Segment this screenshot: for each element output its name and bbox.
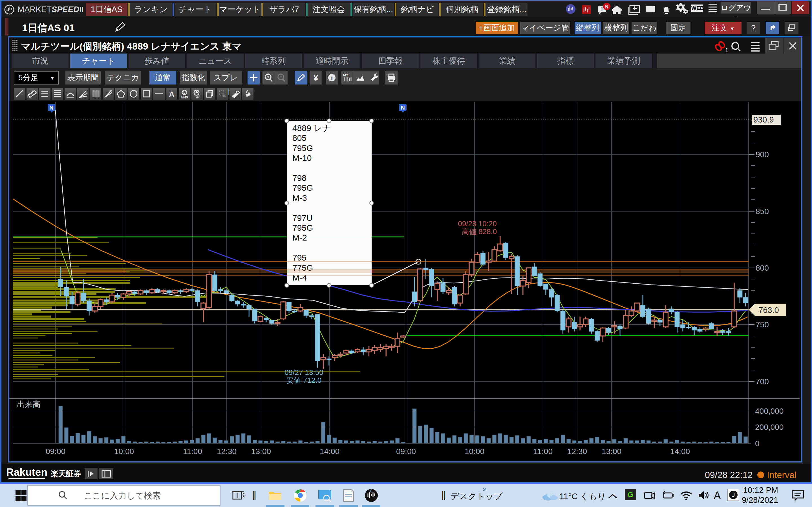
svg-text:795G: 795G — [292, 183, 313, 192]
svg-text:805: 805 — [292, 133, 306, 143]
svg-text:N: N — [605, 4, 608, 9]
svg-text:4889 レナ: 4889 レナ — [292, 123, 331, 133]
svg-text:930.9: 930.9 — [753, 115, 774, 124]
svg-text:700: 700 — [756, 377, 769, 386]
svg-text:797U: 797U — [292, 213, 313, 223]
svg-text:A: A — [169, 90, 174, 98]
svg-text:ICON: ICON — [181, 96, 188, 99]
svg-text:安値 712.0: 安値 712.0 — [287, 376, 321, 385]
svg-text:M-4: M-4 — [292, 273, 307, 282]
svg-text:798: 798 — [292, 173, 306, 182]
svg-text:N: N — [49, 105, 53, 111]
svg-text:795G: 795G — [292, 144, 313, 153]
svg-text:13:00: 13:00 — [251, 447, 271, 456]
svg-text:400,000: 400,000 — [755, 407, 783, 415]
svg-text:850: 850 — [756, 207, 769, 216]
svg-text:09:00: 09:00 — [46, 447, 65, 456]
svg-text:10:00: 10:00 — [465, 447, 485, 456]
svg-text:1: 1 — [725, 47, 728, 53]
svg-text:11:00: 11:00 — [534, 447, 553, 456]
svg-text:¥: ¥ — [313, 73, 318, 82]
svg-text:i: i — [331, 75, 333, 82]
svg-text:13:00: 13:00 — [602, 447, 621, 456]
svg-text:795G: 795G — [292, 223, 313, 232]
svg-text:09/28 10:20: 09/28 10:20 — [458, 219, 497, 228]
svg-text:0: 0 — [755, 439, 760, 448]
svg-text:14:00: 14:00 — [670, 447, 690, 456]
svg-text:A: A — [246, 89, 249, 94]
svg-text:09:00: 09:00 — [396, 447, 416, 456]
svg-text:M-3: M-3 — [292, 193, 307, 203]
svg-text:800: 800 — [756, 264, 769, 272]
svg-text:09/27 13:50: 09/27 13:50 — [285, 368, 323, 377]
svg-text:12:30: 12:30 — [217, 447, 237, 456]
svg-text:14:00: 14:00 — [320, 447, 340, 456]
svg-text:出来高: 出来高 — [17, 400, 41, 409]
svg-text:高値 828.0: 高値 828.0 — [462, 227, 497, 236]
svg-text:200,000: 200,000 — [755, 423, 783, 432]
svg-text:750: 750 — [756, 320, 769, 329]
svg-text:10:00: 10:00 — [114, 447, 134, 456]
svg-text:M-2: M-2 — [292, 233, 307, 242]
svg-text:M-10: M-10 — [292, 153, 312, 163]
svg-text:N: N — [401, 105, 405, 111]
svg-text:763.0: 763.0 — [758, 305, 779, 315]
svg-text:12:30: 12:30 — [567, 447, 587, 456]
svg-text:795: 795 — [292, 253, 306, 262]
svg-text:!: ! — [601, 6, 603, 12]
svg-text:MY: MY — [343, 73, 349, 77]
svg-text:R: R — [370, 489, 372, 492]
svg-text:900: 900 — [756, 150, 769, 159]
svg-text:11:00: 11:00 — [183, 447, 202, 456]
